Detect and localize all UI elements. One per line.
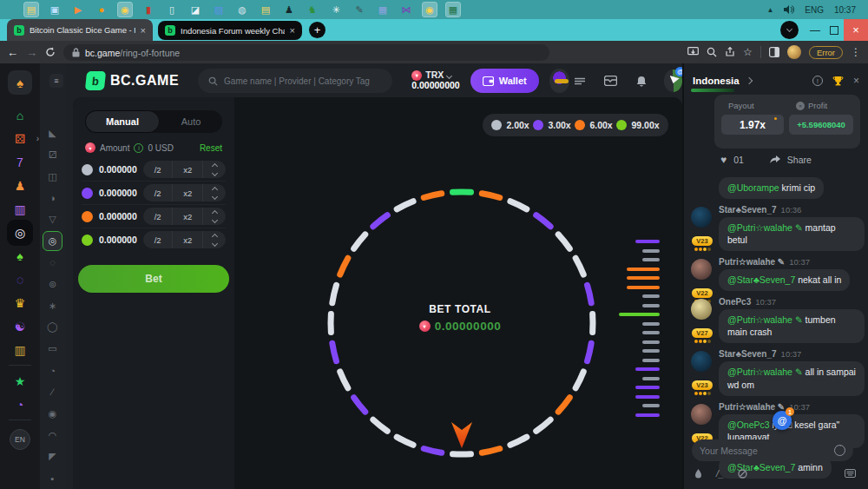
excel-icon[interactable]: ▦ [446, 3, 460, 17]
chrome-active-icon[interactable]: ◉ [423, 3, 437, 17]
share-label[interactable]: Share [787, 155, 812, 165]
double-button[interactable]: x2 [173, 208, 203, 225]
zoom-app-icon[interactable]: ◪ [188, 3, 202, 17]
amount-stepper[interactable] [203, 184, 226, 202]
window-minimize-button[interactable]: — [806, 19, 825, 41]
subnav-more[interactable]: ▪ [51, 467, 55, 489]
search-app-icon[interactable]: ◍ [235, 3, 249, 17]
back-button[interactable]: ← [7, 47, 18, 58]
browser-menu-icon[interactable]: ⋮ [851, 46, 861, 58]
language-button[interactable]: EN [10, 429, 30, 450]
clock[interactable]: 10:37 [834, 5, 856, 15]
tab-bitcoin-dice[interactable]: b Bitcoin Classic Dice Game - Play I × [7, 19, 153, 41]
chat-toggle-icon[interactable]: @ [664, 69, 682, 92]
subnav-ball[interactable]: ◯ [47, 316, 57, 338]
double-button[interactable]: x2 [173, 184, 203, 202]
subnav-crash[interactable]: ◣ [49, 122, 56, 144]
photos-icon[interactable]: ▣ [48, 3, 62, 17]
remote-app-icon[interactable]: ▦ [376, 3, 390, 17]
mention-text[interactable]: @Putri☆walahe ✎ [727, 222, 803, 233]
zoom-icon[interactable] [707, 47, 717, 57]
folder-icon[interactable]: ▤ [259, 3, 273, 17]
bet-amount-value[interactable]: 0.000000 [99, 164, 137, 175]
address-bar[interactable]: bc.game/ring-of-fortune [63, 44, 549, 61]
subnav-classic-dice[interactable]: ⚂ [49, 144, 57, 166]
subnav-hash-dice[interactable]: ◫ [48, 166, 56, 188]
sidebar-affiliate[interactable]: ▥ [0, 338, 40, 361]
tray-chevron-up-icon[interactable]: ▲ [766, 6, 773, 14]
subnav-limbo[interactable]: ◔ [49, 360, 56, 381]
imaging-app-icon[interactable]: ▨ [212, 3, 226, 17]
sidebar-home[interactable]: ⌂ [0, 103, 40, 127]
subnav-ring-of-fortune[interactable]: ◎ [43, 230, 62, 252]
amount-stepper[interactable] [203, 231, 226, 248]
volume-icon[interactable] [784, 5, 794, 14]
user-avatar[interactable] [549, 69, 569, 93]
tab-manual[interactable]: Manual [85, 110, 160, 133]
bet-button[interactable]: Bet [78, 265, 229, 293]
bet-amount-value[interactable]: 0.000000 [99, 188, 137, 198]
sidebar-vip[interactable]: ♛ [0, 291, 40, 314]
window-close-button[interactable]: × [844, 19, 868, 41]
mention-text[interactable]: @OnePc3 [727, 420, 770, 430]
bookmark-star-icon[interactable]: ☆ [743, 46, 753, 58]
message-bubble[interactable]: @Putri☆walahe ✎ all in sampai wd om [719, 361, 865, 395]
subnav-hilo[interactable]: ◠ [49, 425, 57, 446]
chat-close-icon[interactable]: × [853, 75, 859, 87]
subnav-coinflip[interactable]: ◑ [49, 187, 56, 208]
trophy-icon[interactable] [832, 76, 844, 86]
messages-icon[interactable] [604, 76, 617, 86]
subnav-twist[interactable]: ◉ [49, 403, 57, 425]
avatar[interactable] [691, 404, 712, 425]
error-badge[interactable]: Error [809, 46, 843, 59]
message-bubble[interactable]: @Uborampe krimi cip [719, 177, 824, 199]
subnav-coins[interactable]: ⊚ [49, 274, 56, 295]
subnav-tower[interactable]: ◤ [49, 446, 56, 467]
new-tab-button[interactable]: + [309, 22, 326, 38]
forward-button[interactable]: → [26, 47, 37, 58]
pen-app-icon[interactable]: ✎ [352, 3, 366, 17]
half-button[interactable]: /2 [143, 161, 174, 178]
reload-button[interactable] [45, 47, 56, 57]
chat-message-input[interactable]: Your Message [692, 439, 853, 461]
emoji-icon[interactable] [834, 445, 845, 456]
keyboard-icon[interactable] [845, 469, 856, 478]
chrome-icon[interactable]: ◉ [118, 3, 132, 17]
subnav-beans[interactable]: ◌ [49, 252, 56, 274]
bc-logo[interactable]: ≡ b BC.GAME [81, 71, 179, 90]
sidebar-roulette[interactable]: ◌ [0, 268, 40, 291]
rank-list-icon[interactable] [575, 77, 585, 85]
language-indicator[interactable]: ENG [805, 5, 824, 15]
penguin-app-icon[interactable]: ♟ [282, 3, 296, 17]
tab-auto[interactable]: Auto [160, 116, 222, 127]
info-icon[interactable]: i [134, 143, 143, 153]
avatar[interactable] [691, 299, 712, 320]
notifications-bell-icon[interactable] [636, 76, 647, 87]
double-button[interactable]: x2 [173, 231, 203, 248]
balance-selector[interactable]: ▾TRX 0.00000000 [411, 70, 459, 91]
mascot-app-icon[interactable]: ♞ [306, 3, 319, 17]
share-arrow-icon[interactable] [770, 155, 780, 164]
kmplayer-icon[interactable]: ⋈ [399, 3, 413, 17]
amount-stepper[interactable] [203, 161, 226, 178]
subnav-cards[interactable]: ▭ [48, 338, 56, 360]
amount-stepper[interactable] [203, 208, 226, 225]
half-button[interactable]: /2 [143, 231, 174, 248]
chat-rules-slash-icon[interactable]: /_ [716, 468, 724, 479]
sidebar-recent[interactable]: ◔ [0, 393, 40, 416]
message-username[interactable]: Putri☆walahe ✎10:37 [719, 257, 865, 267]
subnav-keno[interactable]: ∕ [52, 381, 54, 403]
tab-search-button[interactable] [780, 21, 799, 39]
sidebar-lottery[interactable]: ▥ [0, 197, 40, 221]
mention-text[interactable]: @Uborampe [727, 182, 779, 193]
chat-rules-icon[interactable]: ! [812, 76, 823, 86]
subnav-plinko[interactable]: ▽ [49, 208, 56, 230]
reset-button[interactable]: Reset [200, 143, 222, 153]
subnav-mines[interactable]: ∗ [49, 295, 56, 317]
avatar[interactable] [691, 351, 712, 372]
message-username[interactable]: Star♣Seven_710:36 [719, 205, 865, 215]
message-username[interactable]: Star♣Seven_710:37 [719, 349, 865, 359]
expand-chevron-icon[interactable]: › [36, 134, 39, 143]
browser-profile-avatar[interactable] [787, 45, 801, 59]
sidebar-rewards[interactable]: ★ [0, 369, 40, 393]
